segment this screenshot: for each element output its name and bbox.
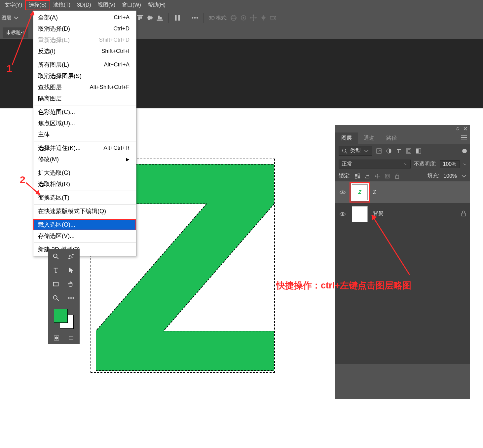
align-vcenter-icon[interactable] — [146, 14, 154, 22]
separator — [204, 13, 204, 23]
tab-channels[interactable]: 通道 — [358, 132, 380, 144]
svg-rect-47 — [355, 176, 357, 178]
path-select-tool[interactable] — [64, 264, 78, 277]
menu-help[interactable]: 帮助(H) — [144, 0, 169, 10]
rectangle-tool[interactable] — [49, 278, 62, 290]
svg-rect-44 — [355, 174, 357, 176]
pan3d-icon[interactable] — [249, 14, 257, 22]
zoom-tool-2[interactable] — [49, 292, 62, 304]
lock-label: 锁定: — [339, 172, 351, 179]
distribute-icon[interactable] — [173, 14, 181, 22]
menu-item-subject[interactable]: 主体 — [33, 129, 136, 140]
hand-tool[interactable] — [64, 278, 78, 290]
menu-item-grow[interactable]: 扩大选取(G) — [33, 167, 136, 178]
lock-all-icon[interactable] — [394, 173, 400, 179]
collapse-icon[interactable] — [456, 127, 460, 131]
chevron-down-icon[interactable] — [461, 173, 467, 179]
svg-point-27 — [68, 297, 70, 299]
close-icon[interactable] — [463, 127, 467, 131]
more-dots-icon[interactable] — [191, 14, 199, 22]
align-top-icon[interactable] — [136, 14, 144, 22]
menu-item-color-range[interactable]: 色彩范围(C)... — [33, 106, 136, 118]
menu-item-all[interactable]: 全部(A)Ctrl+A — [33, 12, 136, 23]
menu-item-select-mask[interactable]: 选择并遮住(K)...Alt+Ctrl+R — [33, 142, 136, 154]
svg-rect-0 — [137, 15, 143, 16]
svg-rect-50 — [395, 176, 399, 178]
visibility-toggle[interactable] — [339, 189, 347, 196]
menu-window[interactable]: 窗口(W) — [119, 0, 144, 10]
menu-item-deselect-layers[interactable]: 取消选择图层(S) — [33, 70, 136, 82]
filter-kind-select[interactable]: 类型 — [339, 146, 372, 156]
menu-item-quickmask[interactable]: 在快速蒙版模式下编辑(Q) — [33, 205, 136, 217]
separator — [168, 13, 169, 23]
menu-filter[interactable]: 滤镜(T) — [50, 0, 74, 10]
svg-rect-10 — [178, 15, 180, 20]
menu-item-deselect[interactable]: 取消选择(D)Ctrl+D — [33, 23, 136, 34]
svg-point-21 — [54, 254, 57, 258]
zoom-tool[interactable] — [49, 250, 62, 263]
menu-item-modify[interactable]: 修改(M)▶ — [33, 154, 136, 165]
color-swatches[interactable] — [52, 307, 76, 331]
menu-view[interactable]: 视图(V) — [94, 0, 119, 10]
quickmask-icon[interactable] — [54, 335, 59, 341]
panel-titlebar — [335, 125, 470, 132]
layer-name[interactable]: Z — [373, 189, 376, 195]
layer-target-label[interactable]: 图层 — [1, 15, 11, 21]
svg-point-11 — [192, 17, 193, 19]
menu-item-similar[interactable]: 选取相似(R) — [33, 178, 136, 190]
menu-item-all-layers[interactable]: 所有图层(L)Alt+Ctrl+A — [33, 59, 136, 70]
fill-value[interactable]: 100% — [443, 173, 457, 179]
panel-menu-icon[interactable] — [461, 135, 470, 141]
menu-3d[interactable]: 3D(D) — [74, 1, 94, 9]
filter-type-icon[interactable] — [395, 148, 402, 154]
menu-item-save-selection[interactable]: 存储选区(V)... — [33, 230, 136, 242]
filter-shape-icon[interactable] — [405, 148, 412, 154]
lock-transparent-icon[interactable] — [354, 173, 360, 179]
svg-rect-55 — [462, 213, 465, 216]
lock-position-icon[interactable] — [374, 173, 380, 179]
opacity-value[interactable]: 100% — [440, 160, 460, 168]
svg-rect-40 — [406, 149, 411, 153]
chevron-down-icon[interactable] — [463, 162, 467, 166]
filter-pixel-icon[interactable] — [376, 148, 382, 154]
menu-item-focus-area[interactable]: 焦点区域(U)... — [33, 118, 136, 129]
tab-paths[interactable]: 路径 — [380, 132, 403, 144]
pen-tool[interactable] — [64, 250, 78, 263]
svg-rect-5 — [150, 17, 152, 19]
lock-artboard-icon[interactable] — [384, 173, 390, 179]
filter-toggle[interactable] — [462, 149, 467, 153]
slide3d-icon[interactable] — [259, 14, 267, 22]
filter-adjustment-icon[interactable] — [386, 148, 392, 154]
screenmode-icon[interactable] — [68, 335, 74, 341]
type-tool[interactable] — [49, 264, 62, 277]
svg-point-54 — [342, 213, 343, 215]
layer-thumbnail[interactable]: Z — [352, 184, 368, 200]
camera3d-icon[interactable] — [269, 14, 277, 22]
roll3d-icon[interactable] — [240, 14, 247, 22]
foreground-swatch[interactable] — [54, 309, 68, 323]
menu-item-find-layers[interactable]: 查找图层Alt+Shift+Ctrl+F — [33, 82, 136, 93]
svg-rect-1 — [138, 17, 140, 20]
tab-layers[interactable]: 图层 — [335, 132, 358, 144]
align-bottom-icon[interactable] — [156, 14, 164, 22]
svg-rect-8 — [160, 17, 162, 19]
layer-row-z[interactable]: Z Z — [335, 181, 470, 203]
svg-point-15 — [231, 17, 236, 19]
lock-image-icon[interactable] — [364, 173, 370, 179]
visibility-toggle[interactable] — [339, 211, 347, 217]
menu-item-inverse[interactable]: 反选(I)Shift+Ctrl+I — [33, 46, 136, 57]
menu-item-reselect: 重新选择(E)Shift+Ctrl+D — [33, 34, 136, 46]
menu-item-transform-selection[interactable]: 变换选区(T) — [33, 192, 136, 203]
more-tools[interactable] — [64, 292, 78, 304]
blend-mode-select[interactable]: 正常 — [339, 160, 411, 168]
menu-item-isolate-layers[interactable]: 隔离图层 — [33, 93, 136, 104]
orbit3d-icon[interactable] — [230, 14, 238, 22]
svg-line-22 — [57, 257, 59, 259]
menu-item-load-selection[interactable]: 载入选区(O)... — [33, 219, 136, 230]
filter-smart-icon[interactable] — [415, 148, 422, 154]
svg-line-26 — [57, 299, 59, 301]
fill-label: 填充: — [427, 172, 439, 179]
lock-row: 锁定: 填充: 100% — [335, 170, 470, 181]
svg-rect-2 — [140, 17, 142, 19]
layer-thumbnail[interactable] — [352, 206, 368, 222]
